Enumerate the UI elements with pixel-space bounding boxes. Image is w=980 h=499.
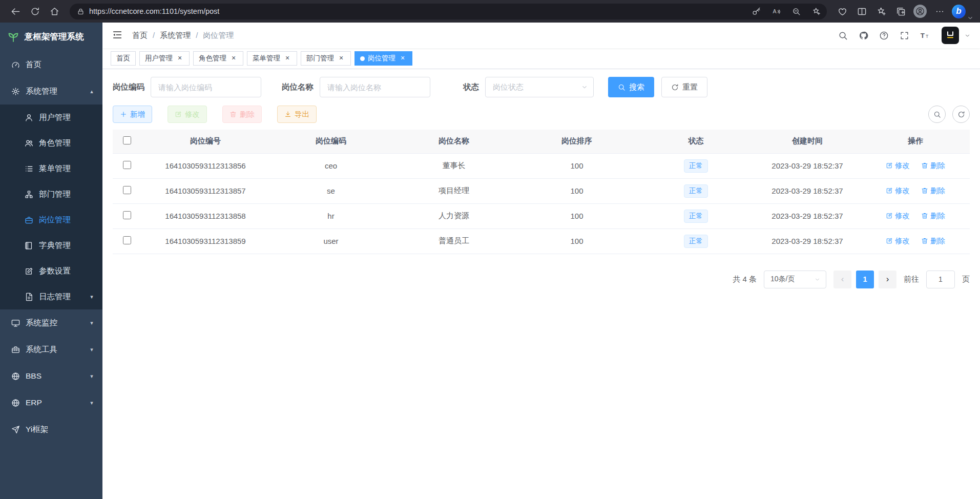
browser-essentials-button[interactable] [833, 3, 851, 20]
row-edit-link[interactable]: 修改 [886, 236, 910, 246]
sprout-logo-icon [7, 31, 19, 43]
sidebar-item[interactable]: ERP [0, 389, 102, 416]
trash-icon [921, 162, 928, 169]
refresh-table-button[interactable] [952, 106, 970, 123]
toggle-search-button[interactable] [928, 106, 946, 123]
reset-button[interactable]: 重置 [661, 77, 707, 97]
post-name-cell: 普通员工 [392, 228, 515, 254]
next-page-button[interactable] [879, 271, 896, 288]
post-sort-cell: 100 [515, 153, 638, 178]
breadcrumb-system[interactable]: 系统管理 [160, 31, 203, 40]
sidebar-item[interactable]: BBS [0, 363, 102, 389]
select-all-checkbox[interactable] [123, 136, 131, 144]
help-button[interactable] [875, 27, 892, 44]
browser-home-button[interactable] [45, 3, 64, 20]
row-delete-link[interactable]: 删除 [921, 186, 945, 196]
view-tab[interactable]: 用户管理 [139, 51, 190, 66]
user-avatar[interactable] [942, 27, 959, 44]
favorites-button[interactable] [872, 3, 890, 20]
row-checkbox[interactable] [123, 161, 131, 169]
breadcrumb: 首页 系统管理 岗位管理 [132, 31, 244, 40]
post-code-input[interactable] [151, 77, 261, 97]
row-edit-link[interactable]: 修改 [886, 211, 910, 221]
sidebar-item[interactable]: 系统工具 [0, 336, 102, 363]
avatar-caret-icon[interactable] [964, 32, 971, 39]
browser-menu-button[interactable] [930, 3, 949, 20]
refresh-icon [671, 84, 679, 91]
tab-close-icon[interactable] [230, 54, 238, 63]
address-bar[interactable]: https://ccnetcore.com:1101/system/post [70, 4, 827, 19]
zoom-button[interactable] [788, 4, 804, 18]
view-tab[interactable]: 菜单管理 [247, 51, 297, 66]
sidebar-item-label: 角色管理 [39, 138, 82, 149]
gauge-icon [11, 60, 20, 69]
menu-list-icon [25, 164, 33, 173]
row-checkbox[interactable] [123, 211, 131, 219]
post-name-input[interactable] [320, 77, 430, 97]
globe-icon [11, 399, 20, 407]
prev-page-button[interactable] [833, 271, 851, 288]
sidebar-item[interactable]: 参数设置 [0, 258, 102, 284]
view-tab[interactable]: 部门管理 [301, 51, 351, 66]
add-button[interactable]: 新增 [113, 106, 152, 123]
sidebar-item[interactable]: 字典管理 [0, 233, 102, 258]
view-tab[interactable]: 岗位管理 [355, 51, 412, 66]
saved-password-icon[interactable] [748, 4, 764, 18]
sidebar-item[interactable]: 系统监控 [0, 309, 102, 336]
row-edit-link[interactable]: 修改 [886, 161, 910, 171]
tab-close-icon[interactable] [337, 54, 345, 63]
delete-button[interactable]: 删除 [222, 106, 262, 123]
row-checkbox[interactable] [123, 236, 131, 244]
row-checkbox[interactable] [123, 186, 131, 194]
sidebar-item[interactable]: 日志管理 [0, 284, 102, 309]
profile-button[interactable] [911, 3, 929, 20]
page-number-button[interactable]: 1 [856, 271, 874, 288]
sidebar-item[interactable]: 菜单管理 [0, 156, 102, 181]
sidebar-item[interactable]: 角色管理 [0, 130, 102, 156]
row-delete-link[interactable]: 删除 [921, 161, 945, 171]
status-select[interactable]: 岗位状态 [485, 77, 594, 97]
briefcase-icon [25, 216, 33, 224]
read-aloud-button[interactable] [768, 4, 784, 18]
edit-icon [886, 237, 893, 244]
tab-close-icon[interactable] [283, 54, 291, 63]
bing-copilot-button[interactable]: b [952, 5, 966, 18]
header-search-button[interactable] [834, 27, 851, 44]
breadcrumb-home[interactable]: 首页 [132, 31, 160, 40]
row-edit-link[interactable]: 修改 [886, 186, 910, 196]
sidebar-item[interactable]: 系统管理 [0, 78, 102, 105]
collections-button[interactable] [891, 3, 910, 20]
sidebar-item[interactable]: 部门管理 [0, 181, 102, 207]
edit-icon [886, 187, 893, 194]
sidebar-toggle-button[interactable] [112, 29, 124, 41]
row-delete-link[interactable]: 删除 [921, 211, 945, 221]
chevron-icon [88, 320, 95, 326]
split-screen-button[interactable] [852, 3, 871, 20]
github-link[interactable] [854, 27, 872, 44]
page-size-select[interactable]: 10条/页 [764, 271, 826, 288]
sidebar-item[interactable]: 岗位管理 [0, 207, 102, 233]
sidebar-item[interactable]: Yi框架 [0, 416, 102, 443]
tab-close-icon[interactable] [176, 54, 184, 63]
trash-icon [921, 237, 928, 244]
created-time-cell: 2023-03-29 18:52:37 [754, 203, 861, 228]
sidebar-item-label: 系统工具 [26, 344, 82, 355]
add-favorite-button[interactable] [808, 4, 824, 18]
sidebar-item-label: 系统监控 [26, 318, 82, 328]
view-tab[interactable]: 首页 [111, 51, 136, 66]
bing-caret-icon[interactable] [967, 14, 974, 22]
edit-button[interactable]: 修改 [168, 106, 207, 123]
tab-close-icon[interactable] [399, 54, 407, 63]
search-button[interactable]: 搜索 [608, 77, 654, 97]
fullscreen-button[interactable] [895, 27, 913, 44]
sidebar-item[interactable]: 用户管理 [0, 105, 102, 130]
export-button[interactable]: 导出 [277, 106, 317, 123]
reload-button[interactable] [26, 3, 44, 20]
goto-page-input[interactable] [926, 271, 955, 288]
row-delete-link[interactable]: 删除 [921, 236, 945, 246]
font-size-button[interactable] [916, 27, 933, 44]
view-tab[interactable]: 角色管理 [193, 51, 243, 66]
sidebar-item-label: BBS [26, 371, 82, 381]
sidebar-item[interactable]: 首页 [0, 51, 102, 78]
back-button[interactable] [6, 3, 25, 20]
